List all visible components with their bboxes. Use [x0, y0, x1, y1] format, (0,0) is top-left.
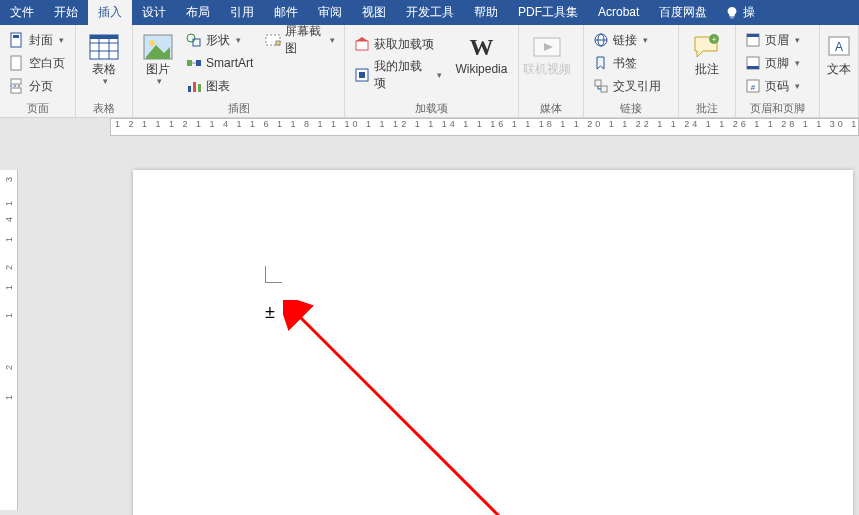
vertical-ruler-ticks: 314 121 121: [0, 170, 17, 510]
header-label: 页眉: [765, 32, 789, 49]
chevron-down-icon: ▾: [643, 35, 648, 45]
video-icon: [531, 31, 563, 63]
chevron-down-icon: ▾: [59, 35, 64, 45]
group-label-addins: 加载项: [350, 101, 513, 117]
menu-tab-acrobat[interactable]: Acrobat: [588, 0, 649, 25]
tell-me-label: 操: [743, 4, 755, 21]
menu-tab-dev[interactable]: 开发工具: [396, 0, 464, 25]
table-button[interactable]: 表格 ▾: [81, 29, 127, 86]
comment-label: 批注: [695, 63, 719, 76]
comment-button[interactable]: + 批注: [684, 29, 730, 76]
chevron-down-icon: ▾: [236, 35, 241, 45]
menu-tab-ref[interactable]: 引用: [220, 0, 264, 25]
group-label-media: 媒体: [524, 101, 578, 117]
page-number-button[interactable]: # 页码▾: [741, 75, 804, 97]
bookmark-icon: [593, 55, 609, 71]
annotation-arrow: [283, 300, 633, 515]
bookmark-label: 书签: [613, 55, 637, 72]
addins-icon: [354, 67, 370, 83]
wikipedia-icon: W: [469, 31, 493, 63]
page-break-button[interactable]: 分页: [5, 75, 69, 97]
svg-rect-16: [187, 60, 192, 66]
menu-tab-insert[interactable]: 插入: [88, 0, 132, 25]
comment-icon: +: [691, 31, 723, 63]
tell-me[interactable]: 操: [717, 4, 763, 21]
svg-rect-30: [595, 80, 601, 86]
pictures-button[interactable]: 图片 ▾: [138, 29, 178, 86]
my-addins-label: 我的加载项: [374, 58, 430, 92]
cross-ref-icon: [593, 78, 609, 94]
svg-rect-17: [196, 60, 201, 66]
chart-icon: [186, 78, 202, 94]
screenshot-label: 屏幕截图: [285, 23, 324, 57]
group-label-headerfooter: 页眉和页脚: [741, 101, 814, 117]
svg-rect-2: [11, 56, 21, 70]
header-icon: [745, 32, 761, 48]
header-button[interactable]: 页眉▾: [741, 29, 804, 51]
menu-tab-design[interactable]: 设计: [132, 0, 176, 25]
svg-rect-18: [188, 86, 191, 92]
vertical-ruler[interactable]: 314 121 121: [0, 170, 18, 510]
menu-tab-mail[interactable]: 邮件: [264, 0, 308, 25]
pictures-label: 图片: [146, 63, 170, 76]
menu-bar: 文件 开始 插入 设计 布局 引用 邮件 审阅 视图 开发工具 帮助 PDF工具…: [0, 0, 859, 25]
chart-button[interactable]: 图表: [182, 75, 257, 97]
screenshot-button[interactable]: 屏幕截图▾: [261, 29, 339, 51]
shapes-icon: [186, 32, 202, 48]
svg-point-13: [149, 40, 155, 46]
menu-tab-start[interactable]: 开始: [44, 0, 88, 25]
smartart-label: SmartArt: [206, 56, 253, 70]
chevron-down-icon: ▾: [330, 35, 335, 45]
chevron-down-icon: ▾: [437, 70, 442, 80]
cover-page-button[interactable]: 封面▾: [5, 29, 69, 51]
wikipedia-button[interactable]: W Wikipedia: [450, 29, 514, 76]
chevron-down-icon: ▾: [795, 35, 800, 45]
blank-page-button[interactable]: 空白页: [5, 52, 69, 74]
svg-rect-35: [747, 34, 759, 37]
bookmark-button[interactable]: 书签: [589, 52, 665, 74]
watermark: Baidu 经验 jingyan.baidu.com: [743, 461, 849, 505]
link-icon: [593, 32, 609, 48]
cross-ref-button[interactable]: 交叉引用: [589, 75, 665, 97]
get-addins-button[interactable]: 获取加载项: [350, 29, 445, 59]
link-button[interactable]: 链接▾: [589, 29, 665, 51]
picture-icon: [142, 31, 174, 63]
svg-line-42: [297, 314, 623, 515]
menu-tab-layout[interactable]: 布局: [176, 0, 220, 25]
menu-tab-view[interactable]: 视图: [352, 0, 396, 25]
menu-tab-review[interactable]: 审阅: [308, 0, 352, 25]
store-icon: [354, 36, 370, 52]
online-video-button[interactable]: 联机视频: [524, 29, 570, 76]
svg-rect-19: [193, 82, 196, 92]
menu-tab-pdf[interactable]: PDF工具集: [508, 0, 588, 25]
menu-tab-baidu[interactable]: 百度网盘: [649, 0, 717, 25]
svg-rect-4: [11, 88, 21, 93]
svg-rect-31: [601, 86, 607, 92]
svg-rect-20: [198, 84, 201, 92]
watermark-main: Baidu 经验: [743, 463, 849, 488]
margin-indicator: [265, 266, 282, 283]
group-label-comments: 批注: [684, 101, 730, 117]
shapes-button[interactable]: 形状▾: [182, 29, 257, 51]
horizontal-ruler[interactable]: 1 2 1 1 1 2 1 1 4 1 1 6 1 1 8 1 1 10 1 1…: [110, 118, 859, 136]
chevron-down-icon: ▾: [795, 81, 800, 91]
menu-file[interactable]: 文件: [0, 0, 44, 25]
page-number-icon: #: [745, 78, 761, 94]
text-box-button[interactable]: A 文本: [825, 29, 853, 76]
document-text[interactable]: ±: [265, 302, 275, 323]
menu-tab-help[interactable]: 帮助: [464, 0, 508, 25]
footer-button[interactable]: 页脚▾: [741, 52, 804, 74]
smartart-button[interactable]: SmartArt: [182, 52, 257, 74]
svg-rect-3: [11, 79, 21, 84]
cross-ref-label: 交叉引用: [613, 78, 661, 95]
svg-text:A: A: [835, 40, 843, 54]
group-label-text: [825, 101, 853, 117]
ruler-area: 1 2 1 1 1 2 1 1 4 1 1 6 1 1 8 1 1 10 1 1…: [0, 118, 859, 138]
page-break-label: 分页: [29, 78, 53, 95]
table-icon: [88, 31, 120, 63]
document-area[interactable]: ± Baidu 经验 jingyan.baidu.com: [20, 137, 859, 515]
smartart-icon: [186, 55, 202, 71]
my-addins-button[interactable]: 我的加载项▾: [350, 60, 445, 90]
page-break-icon: [9, 78, 25, 94]
svg-rect-37: [747, 66, 759, 69]
